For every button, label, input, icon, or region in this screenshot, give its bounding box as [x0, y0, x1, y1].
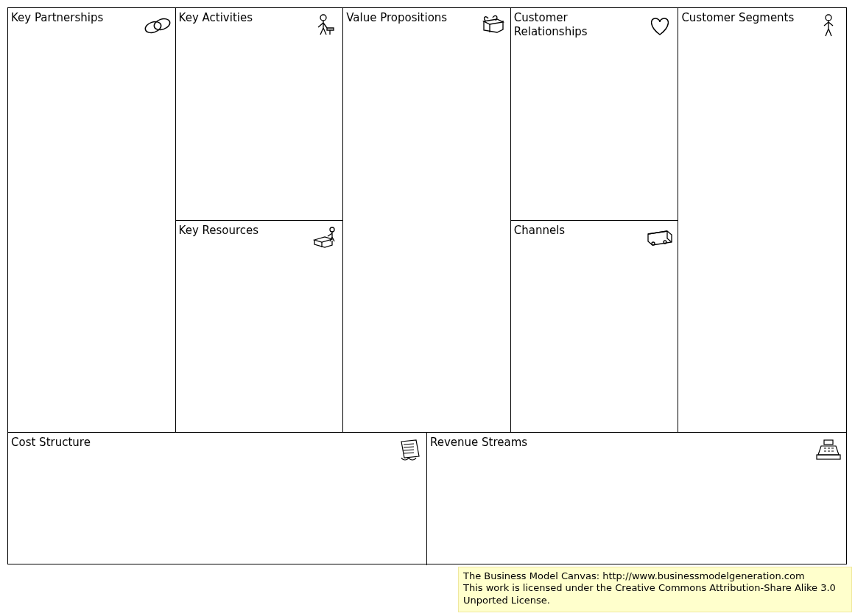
cell-customer-segments: Customer Segments [678, 8, 846, 432]
svg-point-2 [320, 15, 326, 21]
svg-rect-8 [817, 455, 840, 459]
title-cost-structure: Cost Structure [11, 436, 91, 450]
cell-customer-relationships: Customer Relationships [511, 8, 678, 220]
attribution-line1: The Business Model Canvas: http://www.bu… [463, 570, 847, 582]
receipt-icon [394, 437, 423, 464]
cell-key-partnerships: Key Partnerships [8, 8, 176, 432]
page: Key Partnerships Key Activities Key Reso… [0, 0, 855, 616]
attribution-box: The Business Model Canvas: http://www.bu… [458, 567, 852, 612]
cell-value-propositions: Value Propositions [343, 8, 511, 432]
gift-box-icon [478, 13, 507, 39]
cash-register-icon [814, 437, 843, 464]
cell-key-activities: Key Activities [176, 8, 343, 220]
cell-revenue-streams: Revenue Streams [427, 433, 846, 565]
title-customer-segments: Customer Segments [681, 11, 794, 25]
title-key-activities: Key Activities [179, 11, 253, 25]
resource-box-icon [310, 225, 339, 252]
link-rings-icon [143, 13, 172, 39]
svg-point-3 [330, 227, 334, 232]
title-customer-relationships: Customer Relationships [514, 11, 632, 39]
svg-rect-7 [824, 440, 833, 445]
title-channels: Channels [514, 224, 565, 238]
bottom-row: Cost Structure Revenue Streams [8, 432, 846, 565]
attribution-line2: This work is licensed under the Creative… [463, 582, 847, 606]
svg-point-5 [664, 241, 666, 244]
column-relationships-channels: Customer Relationships Channels [511, 8, 679, 432]
title-value-propositions: Value Propositions [346, 11, 447, 25]
top-row: Key Partnerships Key Activities Key Reso… [8, 8, 846, 432]
heart-icon [645, 13, 675, 39]
cell-cost-structure: Cost Structure [8, 433, 427, 565]
truck-icon [645, 225, 675, 252]
svg-point-0 [144, 20, 162, 35]
person-icon [814, 13, 843, 39]
title-key-partnerships: Key Partnerships [11, 11, 103, 25]
svg-point-6 [826, 15, 831, 21]
title-key-resources: Key Resources [179, 224, 259, 238]
svg-point-1 [152, 17, 171, 32]
svg-point-4 [652, 242, 655, 245]
column-key-activities-resources: Key Activities Key Resources [176, 8, 344, 432]
worker-icon [310, 13, 339, 39]
business-model-canvas: Key Partnerships Key Activities Key Reso… [7, 7, 847, 564]
cell-key-resources: Key Resources [176, 220, 343, 433]
cell-channels: Channels [511, 220, 678, 433]
title-revenue-streams: Revenue Streams [430, 436, 527, 450]
